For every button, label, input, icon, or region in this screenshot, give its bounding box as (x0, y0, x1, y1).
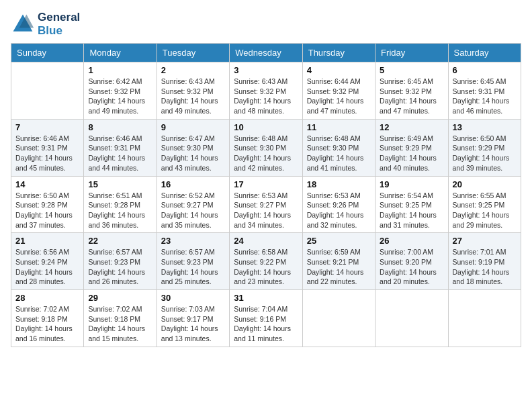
day-number: 9 (161, 122, 225, 132)
calendar-cell: 25Sunrise: 6:59 AM Sunset: 9:21 PM Dayli… (302, 233, 375, 290)
day-number: 13 (453, 122, 517, 132)
day-number: 27 (453, 236, 517, 246)
day-info: Sunrise: 6:43 AM Sunset: 9:32 PM Dayligh… (161, 77, 225, 116)
calendar-cell: 4Sunrise: 6:44 AM Sunset: 9:32 PM Daylig… (302, 62, 375, 120)
calendar-cell: 12Sunrise: 6:49 AM Sunset: 9:29 PM Dayli… (375, 119, 448, 176)
day-info: Sunrise: 7:01 AM Sunset: 9:19 PM Dayligh… (453, 247, 517, 287)
calendar-cell (448, 290, 521, 347)
day-info: Sunrise: 6:57 AM Sunset: 9:23 PM Dayligh… (88, 247, 152, 287)
calendar-cell: 9Sunrise: 6:47 AM Sunset: 9:30 PM Daylig… (157, 119, 229, 176)
day-info: Sunrise: 6:46 AM Sunset: 9:31 PM Dayligh… (88, 134, 152, 173)
calendar-cell: 11Sunrise: 6:48 AM Sunset: 9:30 PM Dayli… (302, 119, 375, 176)
day-info: Sunrise: 6:50 AM Sunset: 9:28 PM Dayligh… (15, 191, 79, 230)
day-number: 11 (307, 122, 371, 132)
calendar-week-1: 1Sunrise: 6:42 AM Sunset: 9:32 PM Daylig… (11, 62, 521, 120)
day-info: Sunrise: 6:51 AM Sunset: 9:28 PM Dayligh… (88, 191, 152, 230)
day-info: Sunrise: 6:45 AM Sunset: 9:32 PM Dayligh… (380, 77, 443, 116)
logo-icon (11, 12, 35, 36)
weekday-header-saturday: Saturday (448, 44, 521, 62)
calendar-cell: 18Sunrise: 6:53 AM Sunset: 9:26 PM Dayli… (302, 176, 375, 233)
day-info: Sunrise: 6:49 AM Sunset: 9:29 PM Dayligh… (380, 134, 443, 173)
day-info: Sunrise: 7:02 AM Sunset: 9:18 PM Dayligh… (88, 304, 152, 344)
day-number: 10 (234, 122, 298, 132)
day-number: 24 (234, 236, 298, 246)
calendar-week-4: 21Sunrise: 6:56 AM Sunset: 9:24 PM Dayli… (11, 233, 521, 290)
day-number: 4 (307, 65, 371, 75)
logo-text: General Blue (38, 11, 80, 38)
calendar-cell (375, 290, 448, 347)
calendar-cell: 10Sunrise: 6:48 AM Sunset: 9:30 PM Dayli… (230, 119, 302, 176)
day-info: Sunrise: 7:02 AM Sunset: 9:18 PM Dayligh… (15, 304, 79, 344)
day-info: Sunrise: 6:54 AM Sunset: 9:25 PM Dayligh… (380, 191, 443, 230)
calendar-cell: 13Sunrise: 6:50 AM Sunset: 9:29 PM Dayli… (448, 119, 521, 176)
day-number: 20 (453, 179, 517, 189)
day-info: Sunrise: 6:57 AM Sunset: 9:23 PM Dayligh… (161, 247, 225, 287)
calendar-cell: 20Sunrise: 6:55 AM Sunset: 9:25 PM Dayli… (448, 176, 521, 233)
calendar-cell: 6Sunrise: 6:45 AM Sunset: 9:31 PM Daylig… (448, 62, 521, 120)
day-number: 29 (88, 293, 152, 303)
day-info: Sunrise: 6:48 AM Sunset: 9:30 PM Dayligh… (234, 134, 298, 173)
day-number: 14 (15, 179, 79, 189)
calendar-cell: 16Sunrise: 6:52 AM Sunset: 9:27 PM Dayli… (157, 176, 229, 233)
day-info: Sunrise: 6:52 AM Sunset: 9:27 PM Dayligh… (161, 191, 225, 230)
day-info: Sunrise: 6:55 AM Sunset: 9:25 PM Dayligh… (453, 191, 517, 230)
calendar-cell (302, 290, 375, 347)
day-number: 26 (380, 236, 443, 246)
weekday-header-sunday: Sunday (11, 44, 84, 62)
header: General Blue (11, 11, 521, 38)
calendar-week-3: 14Sunrise: 6:50 AM Sunset: 9:28 PM Dayli… (11, 176, 521, 233)
calendar-cell: 15Sunrise: 6:51 AM Sunset: 9:28 PM Dayli… (84, 176, 157, 233)
calendar-cell: 2Sunrise: 6:43 AM Sunset: 9:32 PM Daylig… (157, 62, 229, 120)
day-number: 21 (15, 236, 79, 246)
weekday-header-friday: Friday (375, 44, 448, 62)
day-info: Sunrise: 6:46 AM Sunset: 9:31 PM Dayligh… (15, 134, 79, 173)
day-info: Sunrise: 6:56 AM Sunset: 9:24 PM Dayligh… (15, 247, 79, 287)
page-container: General Blue SundayMondayTuesdayWednesda… (11, 11, 521, 347)
calendar-cell: 30Sunrise: 7:03 AM Sunset: 9:17 PM Dayli… (157, 290, 229, 347)
calendar-cell: 1Sunrise: 6:42 AM Sunset: 9:32 PM Daylig… (84, 62, 157, 120)
day-number: 15 (88, 179, 152, 189)
day-number: 5 (380, 65, 443, 75)
calendar-cell: 19Sunrise: 6:54 AM Sunset: 9:25 PM Dayli… (375, 176, 448, 233)
weekday-header-tuesday: Tuesday (157, 44, 229, 62)
day-info: Sunrise: 6:43 AM Sunset: 9:32 PM Dayligh… (234, 77, 298, 116)
day-info: Sunrise: 6:53 AM Sunset: 9:27 PM Dayligh… (234, 191, 298, 230)
day-number: 7 (15, 122, 79, 132)
day-number: 12 (380, 122, 443, 132)
day-info: Sunrise: 6:53 AM Sunset: 9:26 PM Dayligh… (307, 191, 371, 230)
calendar-week-5: 28Sunrise: 7:02 AM Sunset: 9:18 PM Dayli… (11, 290, 521, 347)
calendar-cell: 29Sunrise: 7:02 AM Sunset: 9:18 PM Dayli… (84, 290, 157, 347)
day-info: Sunrise: 6:58 AM Sunset: 9:22 PM Dayligh… (234, 247, 298, 287)
day-number: 30 (161, 293, 225, 303)
calendar-cell: 31Sunrise: 7:04 AM Sunset: 9:16 PM Dayli… (230, 290, 302, 347)
calendar-week-2: 7Sunrise: 6:46 AM Sunset: 9:31 PM Daylig… (11, 119, 521, 176)
day-info: Sunrise: 7:00 AM Sunset: 9:20 PM Dayligh… (380, 247, 443, 287)
calendar-cell: 14Sunrise: 6:50 AM Sunset: 9:28 PM Dayli… (11, 176, 84, 233)
day-number: 18 (307, 179, 371, 189)
day-number: 31 (234, 293, 298, 303)
day-number: 25 (307, 236, 371, 246)
calendar-cell: 26Sunrise: 7:00 AM Sunset: 9:20 PM Dayli… (375, 233, 448, 290)
calendar-cell: 21Sunrise: 6:56 AM Sunset: 9:24 PM Dayli… (11, 233, 84, 290)
day-info: Sunrise: 6:59 AM Sunset: 9:21 PM Dayligh… (307, 247, 371, 287)
calendar-cell: 3Sunrise: 6:43 AM Sunset: 9:32 PM Daylig… (230, 62, 302, 120)
day-info: Sunrise: 7:03 AM Sunset: 9:17 PM Dayligh… (161, 304, 225, 344)
day-number: 23 (161, 236, 225, 246)
weekday-header-wednesday: Wednesday (230, 44, 302, 62)
calendar-cell: 8Sunrise: 6:46 AM Sunset: 9:31 PM Daylig… (84, 119, 157, 176)
day-number: 6 (453, 65, 517, 75)
calendar-cell: 23Sunrise: 6:57 AM Sunset: 9:23 PM Dayli… (157, 233, 229, 290)
logo: General Blue (11, 11, 80, 38)
calendar-table: SundayMondayTuesdayWednesdayThursdayFrid… (11, 43, 521, 347)
calendar-cell: 5Sunrise: 6:45 AM Sunset: 9:32 PM Daylig… (375, 62, 448, 120)
day-info: Sunrise: 6:50 AM Sunset: 9:29 PM Dayligh… (453, 134, 517, 173)
calendar-cell: 24Sunrise: 6:58 AM Sunset: 9:22 PM Dayli… (230, 233, 302, 290)
day-info: Sunrise: 6:44 AM Sunset: 9:32 PM Dayligh… (307, 77, 371, 116)
day-number: 8 (88, 122, 152, 132)
day-info: Sunrise: 7:04 AM Sunset: 9:16 PM Dayligh… (234, 304, 298, 344)
weekday-header-monday: Monday (84, 44, 157, 62)
day-number: 3 (234, 65, 298, 75)
day-number: 19 (380, 179, 443, 189)
day-number: 1 (88, 65, 152, 75)
day-number: 22 (88, 236, 152, 246)
